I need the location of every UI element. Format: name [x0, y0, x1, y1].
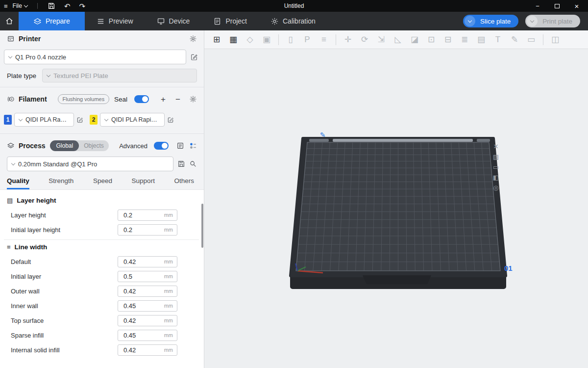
split-parts-icon[interactable]: ⊟	[441, 33, 455, 46]
tab-project[interactable]: Project	[201, 12, 259, 30]
add-filament-button[interactable]: +	[158, 95, 169, 104]
plate-settings-icon[interactable]: ≡	[317, 33, 331, 46]
delete-plate-icon[interactable]: ✕	[491, 141, 501, 151]
edit-filament-2-icon[interactable]	[167, 116, 174, 123]
param-input-box[interactable]: mm	[118, 286, 177, 297]
advanced-toggle[interactable]	[154, 142, 169, 150]
measure-icon[interactable]: ▭	[524, 33, 539, 46]
plate-gear-icon[interactable]: ◎	[491, 183, 501, 192]
cut-icon[interactable]: ◪	[407, 33, 422, 46]
redo-icon[interactable]: ↷	[79, 2, 86, 10]
remove-filament-button[interactable]: −	[172, 95, 183, 104]
printer-settings-gear-icon[interactable]	[189, 35, 197, 43]
param-input-box[interactable]: mm	[118, 256, 177, 267]
maximize-button[interactable]	[554, 2, 561, 9]
param-value-input[interactable]	[118, 302, 154, 310]
add-plate-icon[interactable]: ▦	[226, 33, 241, 46]
text-tool-icon[interactable]: T	[490, 33, 505, 46]
printer-preset-value: Q1 Pro 0.4 nozzle	[15, 53, 66, 61]
arrange-icon[interactable]: ▣	[259, 33, 274, 46]
save-preset-icon[interactable]	[177, 160, 185, 168]
plate-lock-icon[interactable]: ▯	[283, 33, 298, 46]
scale-icon[interactable]: ⇲	[374, 33, 389, 46]
preset-list-icon[interactable]	[176, 142, 184, 150]
move-icon[interactable]: ✛	[341, 33, 355, 46]
layers-icon[interactable]: ≣	[457, 33, 472, 46]
color-paint-icon[interactable]: ✎	[507, 33, 522, 46]
split-objects-icon[interactable]: ⊡	[424, 33, 439, 46]
plate-handle-notch	[363, 275, 431, 284]
param-input-box[interactable]: mm	[118, 271, 177, 282]
plate-number[interactable]: 01	[504, 264, 513, 272]
toolbar-separator	[336, 34, 336, 45]
lock-plate-icon[interactable]: ◧	[491, 172, 501, 182]
home-button[interactable]	[0, 12, 19, 30]
param-value-input[interactable]	[118, 273, 154, 280]
plate-name-icon[interactable]: P	[300, 33, 315, 46]
plate-title-icon[interactable]: ▭	[491, 162, 501, 172]
app-menu-icon[interactable]: ≡	[4, 3, 8, 9]
scope-global-button[interactable]: Global	[50, 140, 79, 151]
slice-plate-button[interactable]: Slice plate	[476, 18, 518, 25]
close-button[interactable]: ×	[573, 2, 580, 9]
slice-options-button[interactable]	[465, 16, 475, 26]
param-value-input[interactable]	[118, 346, 154, 354]
support-paint-icon[interactable]: ▤	[474, 33, 489, 46]
orient-plate-icon[interactable]: ▨	[491, 152, 501, 161]
viewport-3d[interactable]: ⊞▦◇▣▯P≡✛⟳⇲◺◪⊡⊟≣▤T✎▭◫ ✎	[204, 30, 588, 368]
param-value-input[interactable]	[118, 211, 154, 219]
minimize-button[interactable]: −	[534, 2, 541, 9]
process-tab-speed[interactable]: Speed	[93, 177, 112, 189]
process-preset-select[interactable]: 0.20mm Standard @Q1 Pro	[7, 157, 173, 171]
plate-type-select[interactable]: Textured PEI Plate	[42, 69, 197, 82]
print-plate-button[interactable]: Print plate	[539, 18, 580, 25]
chevron-down-icon	[530, 18, 534, 22]
process-tab-quality[interactable]: Quality	[7, 177, 29, 189]
undo-icon[interactable]: ↶	[64, 2, 71, 10]
param-input-box[interactable]: mm	[118, 224, 177, 236]
assembly-view-icon[interactable]: ◫	[548, 33, 563, 46]
slice-plate-control: Slice plate	[463, 15, 518, 27]
param-label: Internal solid infill	[11, 346, 60, 354]
rotate-icon[interactable]: ⟳	[357, 33, 372, 46]
tab-prepare[interactable]: Prepare	[19, 12, 85, 30]
scene-3d[interactable]: ✎ 01	[204, 49, 588, 349]
scope-objects-button[interactable]: Objects	[79, 142, 109, 149]
filament-1-select[interactable]: QIDI PLA Rapido	[14, 113, 74, 127]
param-input-box[interactable]: mm	[118, 210, 177, 221]
filament-settings-gear-icon[interactable]	[189, 95, 197, 103]
flushing-volumes-button[interactable]: Flushing volumes	[58, 94, 110, 104]
param-value-input[interactable]	[118, 332, 154, 339]
plate-edit-icon[interactable]: ✎	[320, 131, 326, 139]
tab-calibration[interactable]: Calibration	[259, 12, 327, 30]
param-input-box[interactable]: mm	[118, 344, 177, 356]
auto-orient-icon[interactable]: ◇	[243, 33, 257, 46]
param-value-input[interactable]	[118, 317, 154, 324]
process-tab-support[interactable]: Support	[132, 177, 155, 189]
filament-2-select[interactable]: QIDI PLA Rapido M...	[100, 113, 165, 127]
sidebar-scrollbar[interactable]	[201, 204, 203, 248]
edit-filament-1-icon[interactable]	[76, 116, 83, 123]
tab-device[interactable]: Device	[145, 12, 202, 30]
printer-preset-select[interactable]: Q1 Pro 0.4 nozzle	[4, 50, 186, 64]
process-tab-others[interactable]: Others	[174, 177, 194, 189]
add-object-icon[interactable]: ⊞	[209, 33, 224, 46]
param-input-box[interactable]: mm	[118, 330, 177, 341]
param-input-box[interactable]: mm	[118, 315, 177, 326]
file-menu[interactable]: File	[13, 2, 27, 9]
chevron-down-icon	[8, 54, 12, 58]
window-title: Untitled	[284, 2, 304, 9]
edit-printer-icon[interactable]	[190, 53, 198, 61]
seal-toggle[interactable]	[134, 95, 149, 103]
search-settings-icon[interactable]	[189, 160, 197, 168]
save-file-icon[interactable]	[48, 2, 55, 10]
print-options-button[interactable]	[527, 16, 538, 26]
param-value-input[interactable]	[118, 226, 154, 234]
tab-preview[interactable]: Preview	[85, 12, 145, 30]
param-value-input[interactable]	[118, 258, 154, 265]
flatten-icon[interactable]: ◺	[391, 33, 405, 46]
param-value-input[interactable]	[118, 288, 154, 295]
param-input-box[interactable]: mm	[118, 300, 177, 312]
compare-presets-icon[interactable]	[189, 142, 197, 150]
process-tab-strength[interactable]: Strength	[49, 177, 74, 189]
